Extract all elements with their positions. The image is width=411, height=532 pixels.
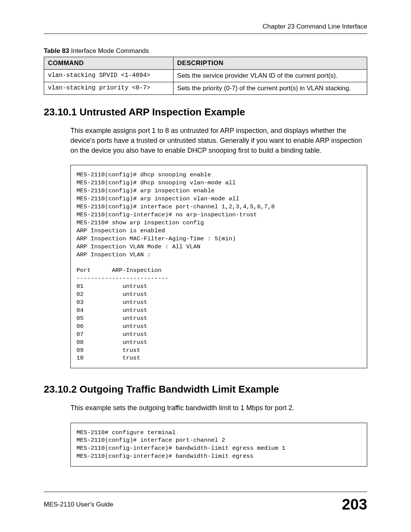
footer-rule (44, 492, 367, 492)
code-block-2: MES-2110# configure terminal MES-2110(co… (70, 423, 367, 467)
table-label: Table 83 (44, 47, 69, 54)
section1-body: This example assigns port 1 to 8 as untr… (70, 126, 367, 368)
cell-command: vlan-stacking priority <0-7> (44, 82, 174, 95)
cell-description: Sets the service provider VLAN ID of the… (173, 70, 367, 82)
page-number: 203 (342, 496, 367, 513)
page-content: Chapter 23 Command Line Interface Table … (0, 0, 411, 501)
header-rule (44, 34, 367, 34)
cell-command: vlan-stacking SPVID <1-4094> (44, 70, 174, 82)
footer-guide-name: MES-2110 User's Guide (44, 501, 113, 508)
table-header-row: Command Description (44, 57, 367, 70)
code-block-1: MES-2110(config)# dhcp snooping enable M… (70, 165, 367, 368)
section2-paragraph: This example sets the outgoing traffic b… (70, 403, 367, 413)
col-command: Command (44, 57, 174, 70)
section1-paragraph: This example assigns port 1 to 8 as untr… (70, 126, 367, 155)
col-description: Description (173, 57, 367, 70)
commands-table: Command Description vlan-stacking SPVID … (44, 57, 367, 95)
chapter-header: Chapter 23 Command Line Interface (44, 23, 367, 30)
section-heading-1: 23.10.1 Untrusted ARP Inspection Example (44, 106, 367, 118)
section2-body: This example sets the outgoing traffic b… (70, 403, 367, 466)
table-title: Interface Mode Commands (69, 47, 149, 54)
footer-row: MES-2110 User's Guide 203 (44, 496, 367, 513)
table-row: vlan-stacking priority <0-7> Sets the pr… (44, 82, 367, 95)
page-footer: MES-2110 User's Guide 203 (44, 492, 367, 513)
table-caption: Table 83 Interface Mode Commands (44, 47, 367, 55)
cell-description: Sets the priority (0-7) of the current p… (173, 82, 367, 95)
section-heading-2: 23.10.2 Outgoing Traffic Bandwidth Limit… (44, 383, 367, 395)
table-row: vlan-stacking SPVID <1-4094> Sets the se… (44, 70, 367, 82)
